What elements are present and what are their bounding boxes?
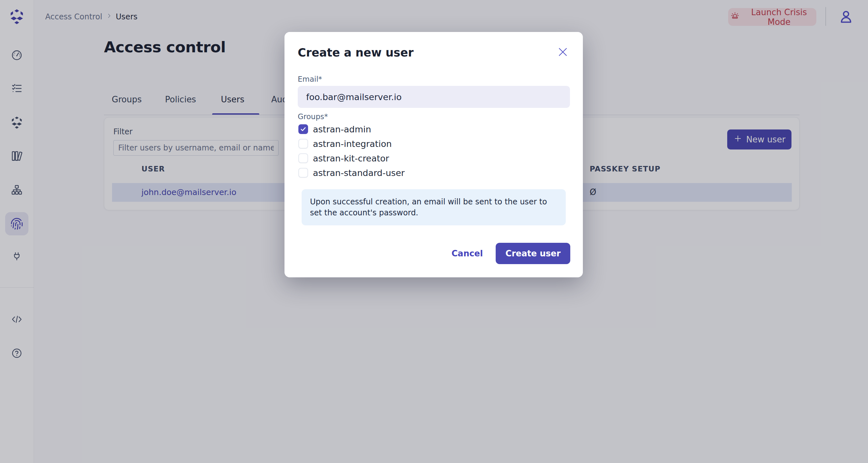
group-option-label: astran-integration (313, 139, 392, 149)
app-root: Access Control Users Launch Crisis Mode … (0, 0, 868, 463)
create-user-button[interactable]: Create user (496, 243, 570, 264)
group-option-astran-kit-creator[interactable]: astran-kit-creator (299, 153, 405, 164)
checkbox[interactable] (299, 124, 308, 134)
email-label: Email* (298, 75, 322, 83)
group-option-astran-standard-user[interactable]: astran-standard-user (299, 167, 405, 178)
info-callout: Upon successful creation, an email will … (302, 189, 566, 225)
groups-label: Groups* (298, 112, 328, 121)
cancel-button[interactable]: Cancel (452, 249, 483, 258)
groups-checkbox-list: astran-admin astran-integration astran-k… (299, 124, 405, 178)
group-option-label: astran-admin (313, 124, 371, 134)
email-field[interactable] (298, 86, 570, 108)
info-text: Upon successful creation, an email will … (302, 189, 566, 225)
group-option-astran-integration[interactable]: astran-integration (299, 138, 405, 149)
checkbox[interactable] (299, 168, 308, 178)
checkbox[interactable] (299, 153, 308, 163)
check-icon (300, 126, 306, 132)
group-option-label: astran-kit-creator (313, 153, 389, 163)
create-user-modal: Create a new user Email* Groups* astran-… (284, 32, 583, 277)
modal-title: Create a new user (298, 46, 414, 59)
close-icon[interactable] (557, 46, 569, 58)
group-option-label: astran-standard-user (313, 168, 405, 178)
checkbox[interactable] (299, 139, 308, 149)
modal-footer: Cancel Create user (452, 243, 570, 264)
group-option-astran-admin[interactable]: astran-admin (299, 124, 405, 135)
